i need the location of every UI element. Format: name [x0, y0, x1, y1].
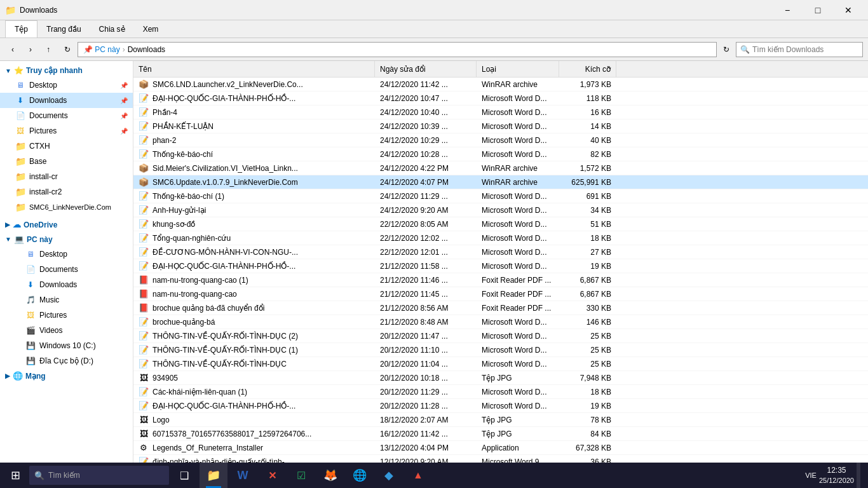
table-row[interactable]: 📦 SMC6.Update.v1.0.7.9_LinkNeverDie.Com …	[133, 175, 868, 189]
col-header-name[interactable]: Tên	[133, 61, 375, 77]
tab-xem[interactable]: Xem	[134, 20, 168, 37]
sidebar-item-documents-pc[interactable]: 📄 Documents	[0, 262, 133, 277]
file-type-icon: 📝	[139, 261, 149, 271]
quick-access-header[interactable]: ▼ ⭐ Truy cập nhanh	[0, 64, 133, 78]
tab-tep[interactable]: Tệp	[5, 20, 37, 37]
sidebar-item-downloads-pc[interactable]: ⬇ Downloads	[0, 277, 133, 292]
table-row[interactable]: 📝 THÔNG-TIN-VỀ-QUẤY-RỐI-TÌNH-DỤC (2) 20/…	[133, 329, 868, 343]
taskbar-app6[interactable]: ◆	[375, 463, 403, 488]
show-desktop-button[interactable]	[857, 463, 860, 488]
sidebar-item-local-d[interactable]: 💾 Đĩa Cục bộ (D:)	[0, 353, 133, 369]
table-row[interactable]: 📝 THÔNG-TIN-VỀ-QUẤY-RỐI-TÌNH-DỤC (1) 20/…	[133, 343, 868, 357]
taskbar-chrome[interactable]: 🌐	[346, 463, 374, 488]
file-name-cell: 📝 khung-sơ-đồ	[133, 217, 375, 231]
col-header-type[interactable]: Loại	[477, 61, 559, 77]
sidebar-item-install-cr2[interactable]: 📁 install-cr2	[0, 184, 133, 200]
tab-chia-se[interactable]: Chia sẻ	[90, 20, 134, 37]
file-name-cell: 📝 THÔNG-TIN-VỀ-QUẤY-RỐI-TÌNH-DỤC (2)	[133, 329, 375, 342]
file-name-cell: 📝 Các-khái-niệm-liên-quan (1)	[133, 385, 375, 398]
table-row[interactable]: 📝 Thống-kê-báo-chí (1) 24/12/2020 11:29 …	[133, 189, 868, 203]
back-button[interactable]: ‹	[5, 42, 20, 57]
forward-button[interactable]: ›	[23, 42, 38, 57]
table-row[interactable]: 📝 THÔNG-TIN-VỀ-QUẤY-RỐI-TÌNH-DỤC 20/12/2…	[133, 357, 868, 371]
sidebar-item-windows-c[interactable]: 💾 Windows 10 (C:)	[0, 338, 133, 353]
file-list-container: Tên Ngày sửa đổi Loại Kích cỡ 📦 SMC6.LND…	[133, 61, 868, 468]
window-title: Downloads	[20, 6, 57, 15]
table-row[interactable]: 📕 nam-nu-trong-quang-cao 21/12/2020 11:4…	[133, 287, 868, 301]
file-type-icon: 📝	[139, 219, 149, 229]
sidebar-item-pictures-quick[interactable]: 🖼 Pictures 📌	[0, 123, 133, 139]
table-row[interactable]: 📕 nam-nu-trong-quang-cao (1) 21/12/2020 …	[133, 273, 868, 287]
file-type-cell: Microsoft Word D...	[477, 259, 559, 273]
taskbar-word[interactable]: W	[229, 463, 257, 488]
taskbar-file-explorer[interactable]: 📁	[200, 463, 227, 488]
table-row[interactable]: 📦 SMC6.LND.Launcher.v2_LinkNeverDie.Co..…	[133, 78, 868, 92]
col-header-size[interactable]: Kích cỡ	[559, 61, 616, 77]
file-size-cell: 34 KB	[559, 203, 616, 217]
tab-trang-dau[interactable]: Trang đầu	[37, 20, 90, 37]
start-button[interactable]: ⊞	[3, 463, 28, 488]
sidebar-item-documents-quick[interactable]: 📄 Documents 📌	[0, 108, 133, 123]
minimize-button[interactable]: −	[773, 0, 802, 20]
table-row[interactable]: 📝 khung-sơ-đồ 22/12/2020 8:05 AM Microso…	[133, 217, 868, 231]
address-path[interactable]: 📌 PC này › Downloads	[78, 42, 717, 57]
sidebar-item-music-pc[interactable]: 🎵 Music	[0, 292, 133, 308]
file-date-cell: 22/12/2020 12:01 ...	[375, 245, 477, 259]
table-row[interactable]: 📝 Anh-Huy-gửi-lại 24/12/2020 9:20 AM Mic…	[133, 203, 868, 217]
table-row[interactable]: 📦 Sid.Meier's.Civilization.VI_VietHoa_Li…	[133, 161, 868, 175]
chevron-down-icon: ▼	[5, 67, 11, 74]
table-row[interactable]: 📝 phan-2 24/12/2020 10:29 ... Microsoft …	[133, 133, 868, 147]
taskbar-app-cross[interactable]: ✕	[258, 463, 286, 488]
file-type-icon: 📝	[139, 359, 149, 369]
table-row[interactable]: 📝 Các-khái-niệm-liên-quan (1) 20/12/2020…	[133, 385, 868, 399]
file-type-icon: 📝	[139, 387, 149, 397]
table-row[interactable]: 📝 ĐẠI-HỌC-QUỐC-GIA-THÀNH-PHỐ-HỒ-... 20/1…	[133, 399, 868, 413]
taskbar-todo[interactable]: ☑	[287, 463, 315, 488]
close-button[interactable]: ✕	[834, 0, 863, 20]
table-row[interactable]: 📝 brochue-quảng-bá 21/12/2020 8:48 AM Mi…	[133, 315, 868, 329]
table-row[interactable]: 🖼 Logo 18/12/2020 2:07 AM Tệp JPG 78 KB	[133, 413, 868, 427]
maximize-button[interactable]: □	[803, 0, 832, 20]
table-row[interactable]: 📝 PHẦN-KẾT-LUẬN 24/12/2020 10:39 ... Mic…	[133, 119, 868, 133]
col-header-date[interactable]: Ngày sửa đổi	[375, 61, 477, 77]
up-button[interactable]: ↑	[41, 42, 56, 57]
table-row[interactable]: 📕 brochue quảng bá-đã chuyển đổi 21/12/2…	[133, 301, 868, 315]
table-row[interactable]: 📝 ĐỀ-CƯƠNG-MÔN-HÀNH-VI-CON-NGU-... 22/12…	[133, 245, 868, 259]
taskbar-search[interactable]: 🔍 Tìm kiếm	[29, 466, 169, 485]
file-size-cell: 1,572 KB	[559, 161, 616, 175]
file-type-cell: Microsoft Word D...	[477, 329, 559, 342]
table-row[interactable]: 🖼 934905 20/12/2020 10:18 ... Tệp JPG 7,…	[133, 371, 868, 385]
table-row[interactable]: ⚙ Legends_Of_Runeterra_Installer 13/12/2…	[133, 441, 868, 455]
taskbar-task-view[interactable]: ❑	[170, 463, 198, 488]
sidebar-item-desktop-pc[interactable]: 🖥 Desktop	[0, 247, 133, 262]
file-rows: 📦 SMC6.LND.Launcher.v2_LinkNeverDie.Co..…	[133, 78, 868, 468]
file-type-cell: Microsoft Word D...	[477, 385, 559, 398]
file-type-icon: 📕	[139, 275, 149, 285]
sidebar-item-ctxh[interactable]: 📁 CTXH	[0, 139, 133, 154]
sidebar-item-downloads-quick[interactable]: ⬇ Downloads 📌	[0, 93, 133, 108]
search-box[interactable]: 🔍	[736, 42, 863, 57]
taskbar-app7[interactable]: ▲	[404, 463, 432, 488]
table-row[interactable]: 🖼 60715378_701657763588017_12597264706..…	[133, 427, 868, 441]
sidebar-item-base[interactable]: 📁 Base	[0, 154, 133, 169]
table-row[interactable]: 📝 ĐẠI-HỌC-QUỐC-GIA-THÀNH-PHỐ-HỒ-... 21/1…	[133, 259, 868, 273]
refresh-addr-button[interactable]: ↻	[719, 42, 733, 57]
pc-header[interactable]: ▼ 💻 PC này	[0, 232, 133, 247]
table-row[interactable]: 📝 Tổng-quan-nghiên-cứu 22/12/2020 12:02 …	[133, 231, 868, 245]
onedrive-header[interactable]: ▶ ☁ OneDrive	[0, 217, 133, 232]
search-input[interactable]	[752, 45, 858, 54]
table-row[interactable]: 📝 Thống-kê-báo-chí 24/12/2020 10:28 ... …	[133, 147, 868, 161]
sidebar-item-install-cr[interactable]: 📁 install-cr	[0, 169, 133, 184]
taskbar-firefox[interactable]: 🦊	[316, 463, 344, 488]
lang-indicator: VIE	[805, 471, 817, 479]
table-row[interactable]: 📝 Phần-4 24/12/2020 10:40 ... Microsoft …	[133, 105, 868, 119]
file-name-cell: 📦 SMC6.LND.Launcher.v2_LinkNeverDie.Co..…	[133, 78, 375, 91]
sidebar-item-smc6[interactable]: 📁 SMC6_LinkNeverDie.Com	[0, 200, 133, 215]
sidebar-item-desktop-quick[interactable]: 🖥 Desktop 📌	[0, 78, 133, 93]
sidebar-item-pictures-pc[interactable]: 🖼 Pictures	[0, 308, 133, 323]
sidebar-item-videos-pc[interactable]: 🎬 Videos	[0, 323, 133, 338]
file-type-icon: 📝	[139, 121, 149, 132]
table-row[interactable]: 📝 ĐẠI-HỌC-QUỐC-GIA-THÀNH-PHỐ-HỒ-... 24/1…	[133, 92, 868, 105]
network-header[interactable]: ▶ 🌐 Mạng	[0, 369, 133, 383]
refresh-button[interactable]: ↻	[60, 42, 75, 57]
